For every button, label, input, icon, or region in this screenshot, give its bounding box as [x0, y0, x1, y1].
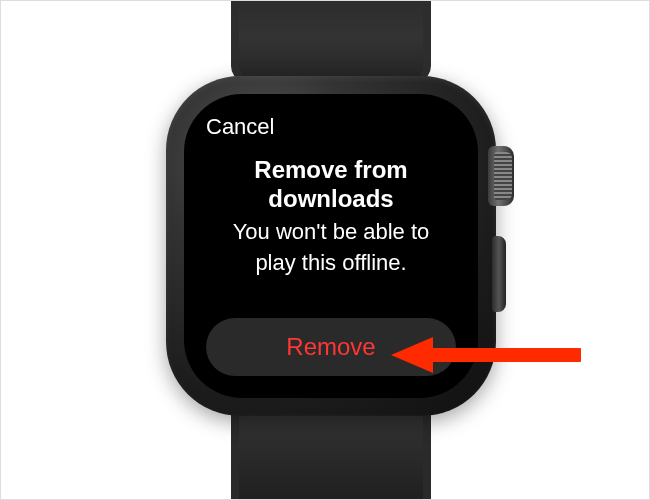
cancel-button[interactable]: Cancel [206, 116, 274, 138]
dialog-title-line1: Remove from [206, 156, 456, 185]
dialog-message-line1: You won't be able to [206, 218, 456, 246]
watch-screen: Cancel Remove from downloads You won't b… [184, 94, 478, 398]
spacer [206, 277, 456, 318]
dialog-title: Remove from downloads [206, 156, 456, 214]
remove-button[interactable]: Remove [206, 318, 456, 376]
dialog-message-line2: play this offline. [206, 249, 456, 277]
dialog-title-line2: downloads [206, 185, 456, 214]
dialog-message: You won't be able to play this offline. [206, 214, 456, 277]
side-button[interactable] [492, 236, 506, 312]
watch-case: Cancel Remove from downloads You won't b… [166, 76, 496, 416]
digital-crown[interactable] [488, 146, 514, 206]
